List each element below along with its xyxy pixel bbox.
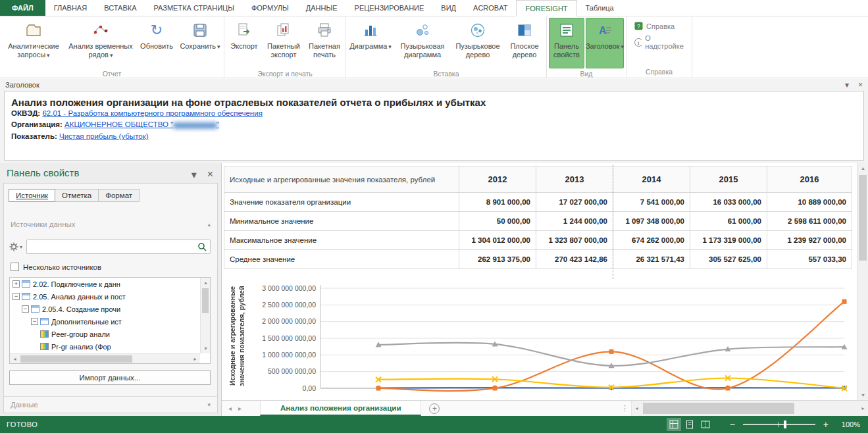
row-label[interactable]: Минимальное значение [224,212,459,231]
cell[interactable]: 1 097 348 000,00 [613,212,690,231]
row-label[interactable]: Значение показателя организации [224,193,459,212]
import-data-button[interactable]: Импорт данных... [9,370,211,385]
treemap-button[interactable]: Плоское дерево [505,18,544,68]
tree-item[interactable]: −2.05.4. Создание прочи [10,303,200,315]
year-header[interactable]: 2016 [767,166,852,193]
cell[interactable]: 7 541 000,00 [613,193,690,212]
cell[interactable]: 16 033 000,00 [690,193,767,212]
multiple-sources-checkbox-row[interactable]: Несколько источников [11,263,101,271]
tree-item[interactable]: Peer-group анали [10,328,200,340]
zoom-slider-thumb[interactable] [784,420,786,428]
cell[interactable]: 270 423 142,86 [536,250,613,269]
row-label[interactable]: Максимальное значение [224,231,459,250]
tab-insert[interactable]: ВСТАВКА [95,0,145,16]
tree-horizontal-scrollbar[interactable] [10,353,200,363]
tab-data[interactable]: ДАННЫЕ [297,0,346,16]
normal-view-button[interactable] [667,418,681,431]
tree-item[interactable]: −2.05. Анализ данных и пост [10,290,200,303]
pane-close-icon[interactable] [858,81,863,89]
cell[interactable]: 17 027 000,00 [536,193,613,212]
scrollbar-thumb[interactable] [20,355,132,363]
scroll-up-icon[interactable] [857,163,868,173]
tab-mark[interactable]: Отметка [55,189,99,202]
zoom-slider[interactable] [743,424,815,425]
next-sheet-icon[interactable] [238,405,242,412]
bubble-chart-button[interactable]: Пузырьковая диаграмма [394,18,451,68]
worksheet-vertical-scrollbar[interactable] [857,163,868,400]
cell[interactable]: 61 000,00 [690,212,767,231]
cell[interactable]: 1 323 807 000,00 [536,231,613,250]
year-header[interactable]: 2012 [459,166,536,193]
cell[interactable]: 10 889 000,00 [767,193,852,212]
properties-panel-toggle-button[interactable]: Панель свойств [549,18,584,68]
cell[interactable]: 305 527 625,00 [690,250,767,269]
zoom-out-button[interactable]: − [727,420,738,429]
tree-item[interactable]: Pr-gr анализ (Фор [10,340,200,353]
cell[interactable]: 2 598 611 000,00 [767,212,852,231]
search-icon[interactable] [197,242,207,251]
year-header[interactable]: 2014 [613,166,690,193]
collapse-icon[interactable]: − [31,318,38,325]
tree-item[interactable]: +2.02. Подключение к данн [10,278,200,290]
scroll-right-icon[interactable] [858,403,868,413]
tree-item[interactable]: −Дополнительные ист [10,315,200,328]
scrollbar-thumb[interactable] [859,175,867,261]
tab-splitter-handle[interactable] [621,404,628,413]
cell[interactable]: 1 304 012 000,00 [459,231,536,250]
pane-menu-icon[interactable] [191,168,197,181]
collapse-icon[interactable]: − [22,305,29,313]
previous-sheet-icon[interactable] [228,405,232,412]
time-series-analysis-button[interactable]: Анализ временных рядов [66,18,135,68]
row-label[interactable]: Среднее значение [224,250,459,269]
analytical-queries-button[interactable]: Аналитические запросы [2,18,65,68]
expand-section-icon[interactable] [207,401,211,408]
cell[interactable]: 674 262 000,00 [613,231,690,250]
tab-view[interactable]: ВИД [432,0,465,16]
pane-close-icon[interactable] [207,168,213,181]
tab-table[interactable]: Таблица [577,0,623,16]
batch-print-button[interactable]: Пакетная печать [305,18,344,68]
organization-link[interactable]: АКЦИОНЕРНОЕ ОБЩЕСТВО "██████████████" [64,120,219,128]
scroll-up-icon[interactable] [201,278,211,288]
tab-home[interactable]: ГЛАВНАЯ [45,0,95,16]
page-layout-view-button[interactable] [682,418,697,431]
expand-icon[interactable]: + [13,280,20,288]
year-header[interactable]: 2015 [690,166,767,193]
data-section-header[interactable]: Данные [4,396,217,409]
data-sources-section-header[interactable]: Источники данных [4,220,217,228]
scroll-down-icon[interactable] [857,390,868,400]
cell[interactable]: 1 244 000,00 [536,212,613,231]
cell[interactable]: 262 913 375,00 [459,250,536,269]
settings-gear-button[interactable] [9,242,22,251]
okved-link[interactable]: 62.01 - Разработка компьютерного програм… [42,109,262,117]
chart-button[interactable]: Диаграмма [348,18,393,68]
add-sheet-button[interactable]: + [429,403,440,414]
indicator-link[interactable]: Чистая прибыль (убыток) [59,132,149,140]
pane-menu-icon[interactable] [845,81,849,89]
table-title-cell[interactable]: Исходные и агрегированные значения показ… [224,166,459,193]
cell[interactable]: 8 901 000,00 [459,193,536,212]
tree-vertical-scrollbar[interactable] [200,278,210,353]
tab-foresight[interactable]: FORESIGHT [516,0,576,16]
help-button[interactable]: ? Справка [630,20,678,32]
cell[interactable]: 50 000,00 [459,212,536,231]
scrollbar-thumb[interactable] [202,288,209,313]
scroll-left-icon[interactable] [632,403,642,413]
page-break-view-button[interactable] [698,418,713,431]
cell[interactable]: 557 033,30 [767,250,852,269]
batch-export-button[interactable]: Пакетный экспорт [263,18,304,68]
scroll-left-icon[interactable] [10,354,20,364]
zoom-in-button[interactable]: + [821,420,831,429]
bubble-tree-button[interactable]: Пузырьковое дерево [452,18,503,68]
tab-review[interactable]: РЕЦЕНЗИРОВАНИЕ [346,0,433,16]
checkbox-unchecked-icon[interactable] [11,263,19,271]
header-toggle-button[interactable]: A Заголовок [586,18,624,68]
tab-format[interactable]: Формат [98,189,140,202]
scroll-right-icon[interactable] [190,354,200,364]
search-input[interactable] [26,240,211,254]
scroll-down-icon[interactable] [201,344,211,353]
worksheet-horizontal-scrollbar[interactable] [631,401,868,416]
cell[interactable]: 26 321 571,43 [613,250,690,269]
collapse-icon[interactable]: − [13,293,20,300]
year-header[interactable]: 2013 [536,166,613,193]
